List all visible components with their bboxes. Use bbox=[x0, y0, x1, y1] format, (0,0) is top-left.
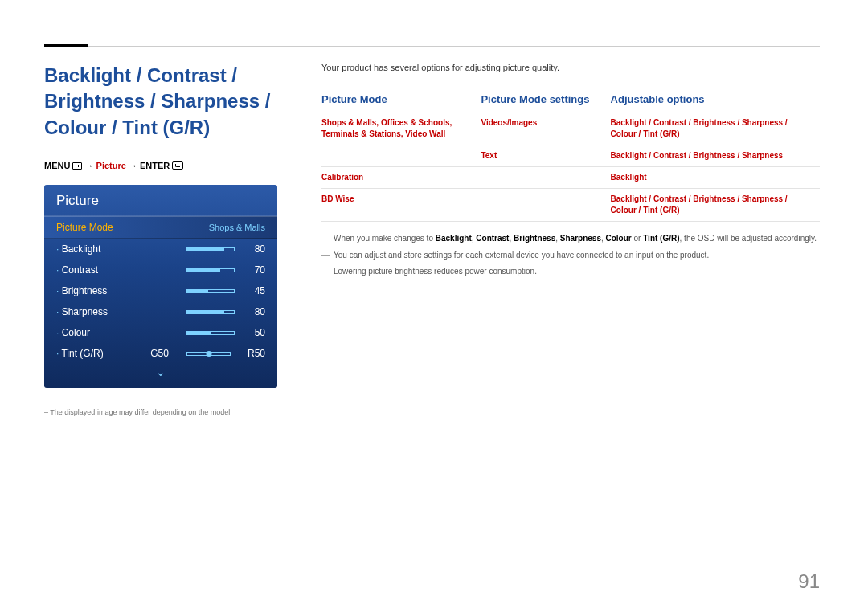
table-row: Calibration Backlight bbox=[321, 167, 820, 189]
menu-label: MENU bbox=[44, 161, 70, 170]
notes-block: When you make changes to Backlight, Cont… bbox=[321, 233, 820, 278]
enter-label: ENTER bbox=[140, 161, 170, 170]
table-row: Shops & Malls, Offices & Schools, Termin… bbox=[321, 112, 820, 145]
osd-picture-mode-row[interactable]: Picture Mode Shops & Malls bbox=[44, 216, 277, 239]
header-rule bbox=[44, 44, 820, 47]
note-1: When you make changes to Backlight, Cont… bbox=[321, 233, 820, 245]
osd-sharpness-row[interactable]: Sharpness 80 bbox=[44, 301, 277, 322]
col-mode: Picture Mode bbox=[321, 88, 481, 112]
osd-picture-mode-label: Picture Mode bbox=[56, 222, 113, 233]
menu-breadcrumb: MENU → Picture → ENTER bbox=[44, 161, 277, 170]
col-adj: Adjustable options bbox=[611, 88, 820, 112]
enter-icon bbox=[172, 161, 183, 170]
page-title: Backlight / Contrast / Brightness / Shar… bbox=[44, 63, 277, 141]
footnote-separator bbox=[44, 403, 149, 403]
osd-contrast-row[interactable]: Contrast 70 bbox=[44, 260, 277, 280]
note-3: Lowering picture brightness reduces powe… bbox=[321, 266, 820, 278]
osd-panel: Picture Picture Mode Shops & Malls Backl… bbox=[44, 185, 277, 388]
picture-mode-table: Picture Mode Picture Mode settings Adjus… bbox=[321, 88, 820, 222]
col-settings: Picture Mode settings bbox=[481, 88, 610, 112]
note-2: You can adjust and store settings for ea… bbox=[321, 250, 820, 262]
footnote-text: The displayed image may differ depending… bbox=[44, 408, 277, 416]
osd-tint-row[interactable]: Tint (G/R) G50 R50 bbox=[44, 343, 277, 364]
slider-track[interactable] bbox=[186, 310, 235, 314]
menu-picture: Picture bbox=[96, 161, 126, 170]
osd-colour-row[interactable]: Colour 50 bbox=[44, 322, 277, 343]
intro-text: Your product has several options for adj… bbox=[321, 63, 820, 72]
osd-title: Picture bbox=[44, 185, 277, 216]
page-number: 91 bbox=[798, 570, 820, 593]
osd-picture-mode-value: Shops & Malls bbox=[209, 223, 265, 232]
osd-scroll-down[interactable]: ⌄ bbox=[44, 364, 277, 380]
osd-brightness-row[interactable]: Brightness 45 bbox=[44, 280, 277, 301]
table-row: BD Wise Backlight / Contrast / Brightnes… bbox=[321, 189, 820, 222]
slider-track[interactable] bbox=[186, 331, 235, 335]
osd-backlight-row[interactable]: Backlight 80 bbox=[44, 239, 277, 260]
slider-track[interactable] bbox=[186, 268, 235, 272]
slider-track[interactable] bbox=[186, 247, 235, 251]
menu-icon bbox=[72, 162, 82, 170]
slider-track[interactable] bbox=[186, 289, 235, 293]
tint-slider[interactable] bbox=[186, 352, 231, 356]
